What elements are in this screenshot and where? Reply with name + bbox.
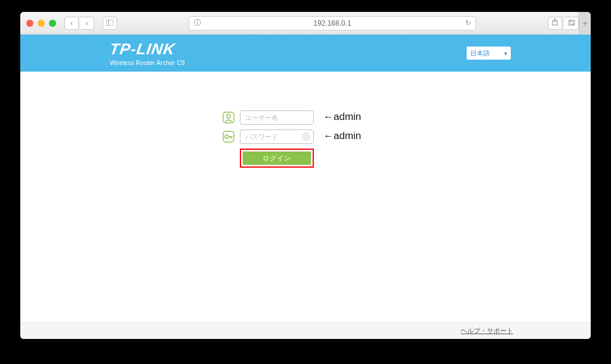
svg-rect-4: [570, 20, 575, 24]
reload-icon[interactable]: ↻: [465, 19, 471, 27]
language-dropdown[interactable]: 日本語 ▾: [467, 47, 511, 60]
brand-logo-text: TP-LINK: [109, 40, 177, 58]
share-button[interactable]: [548, 17, 562, 30]
svg-rect-0: [106, 20, 113, 26]
close-window-button[interactable]: [26, 20, 33, 27]
login-form: ←admin ←admin ログイン: [222, 110, 401, 168]
site-info-icon[interactable]: ⓘ: [194, 18, 201, 28]
reveal-password-icon[interactable]: [302, 132, 310, 143]
user-icon: [222, 111, 235, 124]
svg-point-10: [305, 135, 308, 138]
password-row: ←admin: [222, 129, 401, 144]
password-annotation: ←admin: [323, 130, 361, 142]
page-header: TP-LINK Wireless Router Archer C9 日本語 ▾: [20, 35, 591, 72]
support-link[interactable]: ヘルプ・サポート: [461, 326, 513, 335]
share-icon: [552, 18, 558, 27]
plus-icon: +: [582, 18, 587, 28]
new-tab-button[interactable]: +: [579, 12, 591, 35]
svg-rect-5: [223, 112, 234, 123]
browser-window: ‹ › ⓘ 192.168.0.1 ↻: [20, 12, 591, 339]
svg-point-9: [303, 133, 310, 140]
svg-point-8: [225, 135, 229, 138]
url-text: 192.168.0.1: [313, 19, 351, 27]
tabs-button[interactable]: [564, 17, 579, 30]
browser-toolbar: ‹ › ⓘ 192.168.0.1 ↻: [20, 12, 591, 35]
tabs-icon: [568, 19, 575, 27]
window-controls: [26, 20, 56, 27]
sidebar-icon: [106, 19, 113, 27]
address-bar[interactable]: ⓘ 192.168.0.1 ↻: [189, 16, 476, 30]
sidebar-toggle-button[interactable]: [103, 17, 117, 30]
username-row: ←admin: [222, 110, 401, 125]
brand-block: TP-LINK Wireless Router Archer C9: [110, 40, 185, 66]
login-button-label: ログイン: [263, 154, 291, 163]
login-button[interactable]: ログイン: [243, 152, 311, 165]
minimize-window-button[interactable]: [38, 20, 45, 27]
forward-button[interactable]: ›: [80, 17, 94, 30]
chevron-down-icon: ▾: [504, 50, 507, 57]
nav-button-group: ‹ ›: [64, 17, 94, 30]
brand-subtitle: Wireless Router Archer C9: [110, 60, 185, 66]
login-button-highlight: ログイン: [240, 149, 314, 168]
maximize-window-button[interactable]: [49, 20, 56, 27]
page-footer: ヘルプ・サポート: [20, 322, 591, 339]
toolbar-right: [548, 17, 579, 30]
back-button[interactable]: ‹: [64, 17, 79, 30]
language-label: 日本語: [470, 49, 490, 58]
username-annotation: ←admin: [323, 111, 361, 123]
svg-rect-3: [568, 21, 573, 26]
username-input[interactable]: [240, 110, 314, 125]
key-icon: [222, 130, 235, 143]
chevron-left-icon: ‹: [70, 19, 73, 27]
svg-point-6: [227, 115, 230, 118]
page-content: TP-LINK Wireless Router Archer C9 日本語 ▾ …: [20, 35, 591, 339]
chevron-right-icon: ›: [86, 19, 88, 27]
